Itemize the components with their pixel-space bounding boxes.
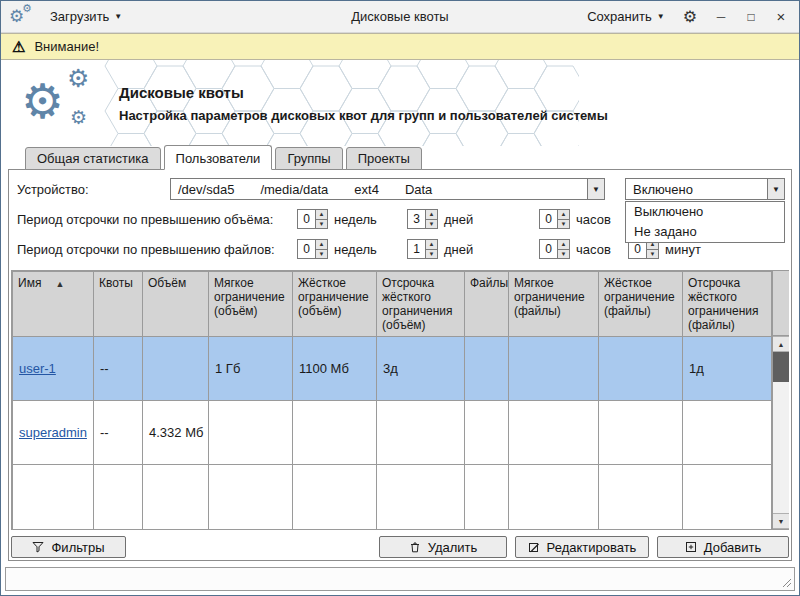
spinner-value[interactable]: 0 bbox=[298, 240, 315, 258]
empty-cell bbox=[13, 465, 94, 529]
table-header-row: Имя▲ Квоты Объём Мягкое ограничение (объ… bbox=[13, 272, 772, 337]
sort-asc-icon[interactable]: ▲ bbox=[55, 279, 64, 289]
quota-status-options: Выключено Не задано bbox=[625, 201, 785, 243]
grace-volume-weeks-spinner[interactable]: 0 ▲ ▼ bbox=[297, 209, 328, 229]
spin-up-icon[interactable]: ▲ bbox=[316, 240, 327, 250]
grace-files-hours-spinner[interactable]: 0 ▲ ▼ bbox=[539, 239, 570, 259]
col-header-soft-volume[interactable]: Мягкое ограничение (объём) bbox=[209, 272, 293, 337]
grace-volume-hours-spinner[interactable]: 0 ▲ ▼ bbox=[539, 209, 570, 229]
spin-up-icon[interactable]: ▲ bbox=[426, 240, 437, 250]
col-header-quotas[interactable]: Квоты bbox=[94, 272, 143, 337]
cell bbox=[599, 401, 683, 465]
page-header: ⚙ ⚙ ⚙ Дисковые квоты Настройка параметро… bbox=[1, 60, 799, 146]
cell: 4.332 Мб bbox=[143, 401, 209, 465]
cell bbox=[465, 401, 509, 465]
option-disabled[interactable]: Выключено bbox=[626, 202, 784, 222]
gears-logo-icon: ⚙ ⚙ ⚙ bbox=[19, 65, 111, 141]
window-title: Дисковые квоты bbox=[351, 9, 448, 24]
edit-pencil-icon bbox=[528, 541, 540, 553]
grace-files-label: Период отсрочки по превышению файлов: bbox=[17, 242, 297, 257]
scrollbar-thumb[interactable] bbox=[773, 352, 789, 382]
spin-down-icon[interactable]: ▼ bbox=[426, 220, 437, 229]
unit-label: дней bbox=[444, 212, 539, 227]
edit-button-label: Редактировать bbox=[547, 540, 637, 555]
tab-users[interactable]: Пользователи bbox=[164, 145, 273, 170]
grace-volume-label: Период отсрочки по превышению объёма: bbox=[17, 212, 297, 227]
spin-down-icon[interactable]: ▼ bbox=[647, 250, 658, 259]
device-select[interactable]: /dev/sda5 /media/data ext4 Data ▼ bbox=[170, 178, 605, 200]
scrollbar-track[interactable] bbox=[773, 382, 789, 513]
spin-up-icon[interactable]: ▲ bbox=[558, 210, 569, 220]
tab-groups[interactable]: Группы bbox=[275, 147, 342, 170]
spin-up-icon[interactable]: ▲ bbox=[558, 240, 569, 250]
load-menu-label: Загрузить bbox=[50, 9, 109, 24]
chevron-down-icon[interactable]: ▼ bbox=[767, 179, 784, 199]
spin-down-icon[interactable]: ▼ bbox=[316, 250, 327, 259]
spin-down-icon[interactable]: ▼ bbox=[316, 220, 327, 229]
scroll-up-button[interactable]: ▲ bbox=[773, 336, 789, 352]
empty-cell bbox=[377, 465, 465, 529]
vertical-scrollbar[interactable]: ▲ ▼ bbox=[772, 271, 789, 529]
scroll-down-button[interactable]: ▼ bbox=[773, 513, 789, 529]
titlebar: ⚙ ⚙ Загрузить ▼ Дисковые квоты Сохранить… bbox=[1, 1, 799, 33]
resize-grip[interactable] bbox=[782, 578, 792, 588]
close-button[interactable]: × bbox=[771, 8, 791, 25]
spin-up-icon[interactable]: ▲ bbox=[426, 210, 437, 220]
spinner-value[interactable]: 1 bbox=[408, 240, 425, 258]
filter-icon bbox=[32, 541, 44, 553]
cell bbox=[293, 401, 377, 465]
spinner-arrows: ▲ ▼ bbox=[557, 240, 569, 258]
col-header-name[interactable]: Имя▲ bbox=[13, 272, 94, 337]
quota-status-select[interactable]: Включено ▼ bbox=[625, 178, 785, 200]
table-row-user-1[interactable]: user-1 -- 1 Гб 1100 Мб 3д 1д bbox=[13, 337, 772, 401]
load-menu-button[interactable]: Загрузить ▼ bbox=[46, 7, 126, 26]
empty-cell bbox=[599, 465, 683, 529]
spinner-value[interactable]: 0 bbox=[298, 210, 315, 228]
save-menu-button[interactable]: Сохранить ▼ bbox=[583, 7, 669, 26]
quota-status-value: Включено bbox=[626, 179, 767, 199]
user-link[interactable]: user-1 bbox=[19, 361, 56, 376]
col-header-files[interactable]: Файлы bbox=[465, 272, 509, 337]
spin-down-icon[interactable]: ▼ bbox=[558, 220, 569, 229]
scroll-up-icon: ▲ bbox=[778, 341, 785, 348]
spinner-value[interactable]: 3 bbox=[408, 210, 425, 228]
spinner-value[interactable]: 0 bbox=[540, 240, 557, 258]
chevron-down-icon[interactable]: ▼ bbox=[587, 179, 604, 199]
filters-button[interactable]: Фильтры bbox=[11, 536, 126, 558]
minimize-button[interactable]: ─ bbox=[711, 10, 731, 24]
grace-files-weeks-spinner[interactable]: 0 ▲ ▼ bbox=[297, 239, 328, 259]
spin-down-icon[interactable]: ▼ bbox=[426, 250, 437, 259]
quota-table: Имя▲ Квоты Объём Мягкое ограничение (объ… bbox=[11, 270, 789, 530]
unit-label: часов bbox=[576, 212, 628, 227]
tab-projects[interactable]: Проекты bbox=[346, 147, 422, 170]
device-row: Устройство: /dev/sda5 /media/data ext4 D… bbox=[9, 170, 791, 200]
spinner-value[interactable]: 0 bbox=[540, 210, 557, 228]
device-label: Устройство: bbox=[17, 182, 170, 197]
maximize-button[interactable]: □ bbox=[741, 10, 761, 24]
grace-files-days-spinner[interactable]: 1 ▲ ▼ bbox=[407, 239, 438, 259]
option-unset[interactable]: Не задано bbox=[626, 222, 784, 242]
tab-general-stats[interactable]: Общая статистика bbox=[25, 147, 161, 170]
col-header-soft-files[interactable]: Мягкое ограничение (файлы) bbox=[509, 272, 599, 337]
spin-up-icon[interactable]: ▲ bbox=[316, 210, 327, 220]
spinner-arrows: ▲ ▼ bbox=[557, 210, 569, 228]
user-link[interactable]: superadmin bbox=[19, 425, 87, 440]
settings-gear-icon[interactable]: ⚙ bbox=[679, 7, 701, 26]
action-bar: Фильтры Удалить Редактировать Добавить bbox=[11, 536, 789, 558]
table-row-superadmin[interactable]: superadmin -- 4.332 Мб bbox=[13, 401, 772, 465]
delete-button[interactable]: Удалить bbox=[379, 536, 507, 558]
spinner-arrows: ▲ ▼ bbox=[315, 210, 327, 228]
col-header-hard-files[interactable]: Жёсткое ограничение (файлы) bbox=[599, 272, 683, 337]
device-path: /dev/sda5 bbox=[178, 182, 234, 197]
trash-icon bbox=[409, 541, 421, 553]
col-header-grace-volume[interactable]: Отсрочка жёсткого ограничения (объём) bbox=[377, 272, 465, 337]
edit-button[interactable]: Редактировать bbox=[515, 536, 649, 558]
cell: 1д bbox=[683, 337, 772, 401]
col-header-hard-volume[interactable]: Жёсткое ограничение (объём) bbox=[293, 272, 377, 337]
empty-cell bbox=[293, 465, 377, 529]
spin-down-icon[interactable]: ▼ bbox=[558, 250, 569, 259]
col-header-volume[interactable]: Объём bbox=[143, 272, 209, 337]
col-header-grace-files[interactable]: Отсрочка жёсткого ограничения (файлы) bbox=[683, 272, 772, 337]
grace-volume-days-spinner[interactable]: 3 ▲ ▼ bbox=[407, 209, 438, 229]
add-button[interactable]: Добавить bbox=[657, 536, 789, 558]
